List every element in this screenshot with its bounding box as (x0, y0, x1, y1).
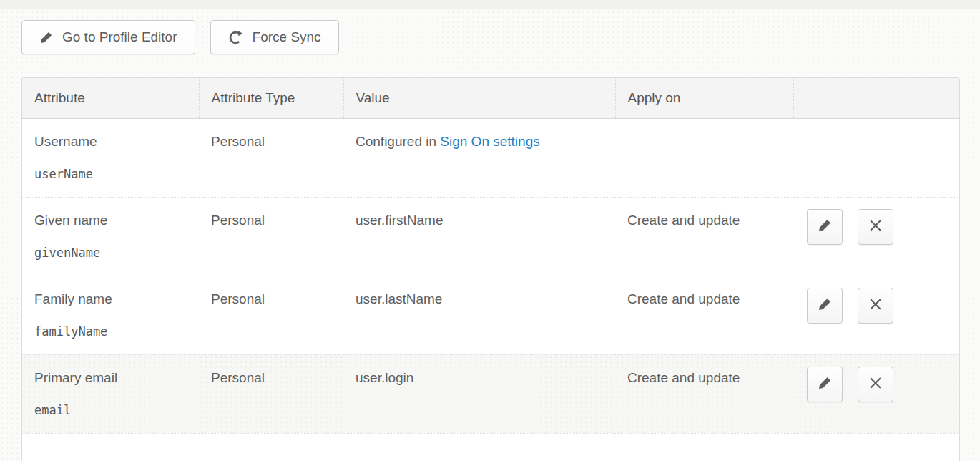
force-sync-button[interactable]: Force Sync (210, 20, 339, 54)
apply-on-cell: Create and update (615, 276, 793, 354)
attribute-type-cell (199, 433, 343, 461)
table-row: Username userName Personal Configured in… (22, 118, 959, 197)
header-attribute-type: Attribute Type (199, 78, 343, 118)
attribute-mappings-table: Attribute Attribute Type Value Apply on … (21, 77, 960, 461)
toolbar: Go to Profile Editor Force Sync (21, 20, 339, 54)
attribute-label: Username (34, 134, 192, 150)
attribute-variable-name: userName (34, 167, 192, 181)
actions-cell (793, 118, 959, 197)
value-cell: user.firstName (343, 197, 615, 276)
pencil-icon (818, 218, 832, 235)
table-row: Family name familyName Personal user.las… (22, 276, 959, 354)
edit-mapping-button[interactable] (807, 367, 843, 402)
attribute-cell: Given name givenName (22, 197, 199, 276)
attribute-variable-name: familyName (34, 324, 192, 339)
value-text: Configured in (356, 134, 440, 149)
go-to-profile-editor-button[interactable]: Go to Profile Editor (21, 20, 195, 54)
actions-cell (793, 354, 959, 433)
value-cell (343, 433, 615, 461)
table-row (22, 433, 959, 461)
attribute-cell: Username userName (22, 118, 199, 197)
sign-on-settings-link[interactable]: Sign On settings (440, 134, 539, 149)
table-header-row: Attribute Attribute Type Value Apply on (22, 78, 959, 118)
actions-cell (793, 276, 959, 354)
attribute-label: Given name (34, 213, 192, 228)
attribute-cell (22, 433, 199, 461)
apply-on-cell: Create and update (615, 354, 793, 433)
attribute-type-cell: Personal (199, 118, 343, 197)
attribute-label: Primary email (34, 370, 192, 386)
header-attribute: Attribute (22, 78, 199, 118)
attribute-type-cell: Personal (199, 197, 343, 276)
value-cell: Configured in Sign On settings (343, 118, 615, 197)
close-icon (868, 376, 883, 392)
header-value: Value (343, 78, 615, 118)
close-icon (868, 297, 883, 314)
edit-mapping-button[interactable] (807, 209, 843, 245)
table-row: Given name givenName Personal user.first… (22, 197, 959, 276)
delete-mapping-button[interactable] (858, 288, 893, 324)
attribute-variable-name: givenName (34, 246, 192, 260)
edit-mapping-button[interactable] (807, 288, 843, 324)
pencil-icon (39, 31, 53, 44)
refresh-icon (228, 30, 243, 45)
delete-mapping-button[interactable] (858, 367, 893, 402)
attribute-type-cell: Personal (199, 276, 343, 354)
top-divider-strip (0, 0, 980, 9)
force-sync-label: Force Sync (253, 29, 321, 45)
attribute-type-cell: Personal (199, 354, 343, 433)
delete-mapping-button[interactable] (858, 209, 893, 245)
table-row: Primary email email Personal user.login … (22, 354, 959, 433)
value-cell: user.lastName (343, 276, 615, 354)
close-icon (868, 218, 883, 235)
header-actions (793, 78, 959, 118)
pencil-icon (818, 297, 832, 314)
actions-cell (793, 197, 959, 276)
attribute-label: Family name (34, 291, 192, 307)
pencil-icon (818, 376, 832, 392)
attribute-cell: Family name familyName (22, 276, 199, 354)
apply-on-cell (615, 433, 793, 461)
go-to-profile-editor-label: Go to Profile Editor (62, 29, 177, 45)
apply-on-cell (615, 118, 793, 197)
header-apply-on: Apply on (615, 78, 793, 118)
actions-cell (793, 433, 959, 461)
attribute-cell: Primary email email (22, 354, 199, 433)
apply-on-cell: Create and update (615, 197, 793, 276)
attribute-variable-name: email (34, 403, 192, 417)
value-cell: user.login (343, 354, 615, 433)
